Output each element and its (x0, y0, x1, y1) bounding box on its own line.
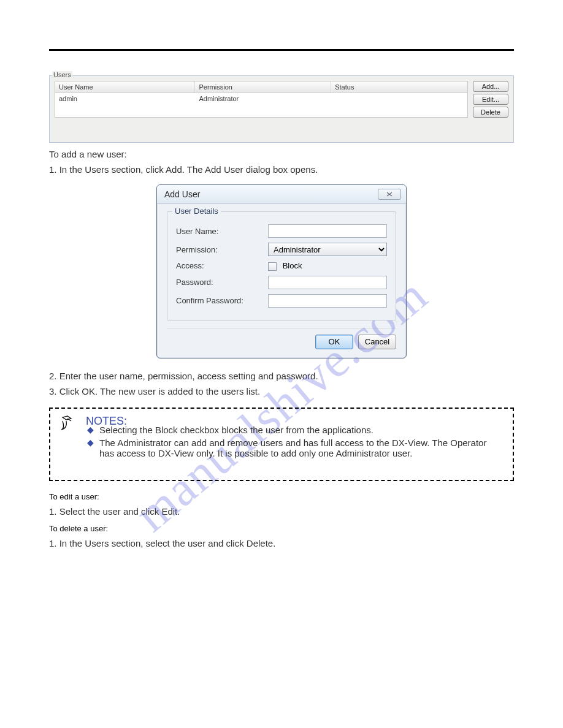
add-user-step2: 2. Enter the user name, permission, acce… (49, 371, 514, 381)
permission-select[interactable]: Administrator (268, 243, 387, 256)
ok-button[interactable]: OK (315, 335, 353, 349)
add-user-step3: 3. Click OK. The new user is added to th… (49, 386, 514, 396)
username-input[interactable] (268, 224, 387, 238)
cell-permission: Administrator (195, 93, 331, 104)
note-box: NOTES: ◆ Selecting the Block checkbox bl… (49, 408, 514, 481)
edit-user-intro: To edit a user: (49, 492, 514, 501)
edit-user-step1: 1. Select the user and click Edit. (49, 506, 514, 517)
users-table[interactable]: User Name Permission Status admin Admini… (55, 81, 468, 118)
add-button[interactable]: Add... (473, 81, 508, 92)
note-text: The Administrator can add and remove use… (99, 438, 502, 458)
note-item: ◆ Selecting the Block checkbox blocks th… (87, 425, 502, 435)
delete-user-step1: 1. In the Users section, select the user… (49, 538, 514, 548)
table-row[interactable]: admin Administrator (55, 93, 467, 104)
note-item: ◆ The Administrator can add and remove u… (87, 438, 502, 458)
username-label: User Name: (176, 227, 268, 236)
col-permission[interactable]: Permission (195, 82, 331, 93)
cancel-button[interactable]: Cancel (358, 335, 396, 349)
add-user-dialog: Add User User Details User Name: Permiss… (156, 184, 407, 358)
delete-user-intro: To delete a user: (49, 524, 514, 533)
note-title: NOTES: (86, 415, 127, 428)
permission-label: Permission: (176, 245, 268, 254)
password-input[interactable] (268, 276, 387, 289)
col-status[interactable]: Status (331, 82, 467, 93)
block-label: Block (283, 261, 302, 270)
col-username[interactable]: User Name (55, 82, 195, 93)
user-details-groupbox: User Details User Name: Permission: Admi… (167, 211, 396, 320)
access-label: Access: (176, 261, 268, 270)
block-checkbox[interactable] (268, 262, 277, 271)
dialog-titlebar[interactable]: Add User (157, 185, 406, 204)
dialog-title: Add User (164, 189, 200, 199)
users-groupbox: Users User Name Permission Status admin … (49, 75, 514, 143)
note-text: Selecting the Block checkbox blocks the … (99, 425, 373, 435)
edit-button[interactable]: Edit... (473, 94, 508, 105)
close-icon[interactable] (378, 189, 401, 200)
users-legend: Users (52, 71, 72, 78)
user-details-legend: User Details (172, 207, 221, 216)
users-table-header: User Name Permission Status (55, 82, 467, 93)
bullet-icon: ◆ (87, 438, 94, 458)
add-user-intro: To add a new user: (49, 149, 514, 159)
confirm-password-label: Confirm Password: (176, 296, 268, 305)
note-icon (59, 415, 80, 433)
delete-button[interactable]: Delete (473, 107, 508, 118)
cell-status (331, 93, 467, 104)
password-label: Password: (176, 278, 268, 287)
cell-username: admin (55, 93, 195, 104)
confirm-password-input[interactable] (268, 294, 387, 308)
add-user-step1: 1. In the Users section, click Add. The … (49, 164, 514, 175)
header-rule (49, 49, 514, 51)
